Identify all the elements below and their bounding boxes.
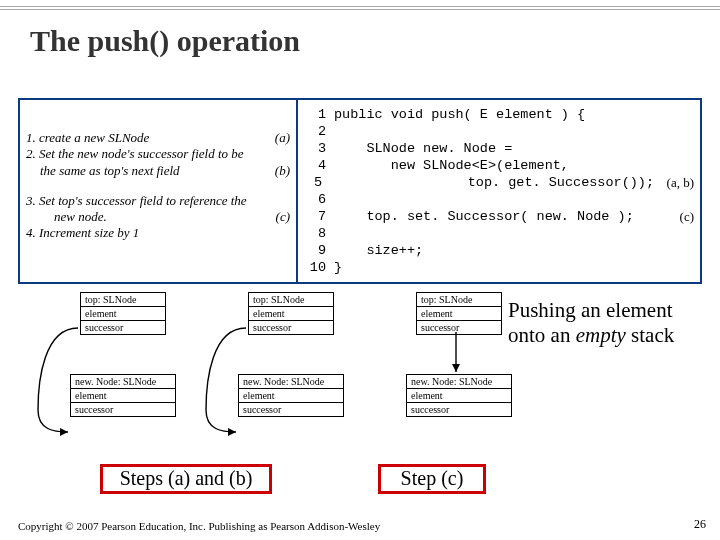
diagram-col-a: top: SLNode element successor new. Node:… [34, 292, 194, 460]
diagram-col-b: top: SLNode element successor new. Node:… [202, 292, 362, 460]
step-3-line1: 3. Set top's successor field to referenc… [26, 193, 290, 209]
step-3-line2: new node. [26, 209, 270, 225]
node-top-c: top: SLNode element successor [416, 292, 502, 335]
page-title: The push() operation [30, 24, 300, 58]
code-line-4: new SLNode<E>(element, [326, 157, 646, 174]
arrow-b [202, 320, 248, 440]
node-top-b: top: SLNode element successor [248, 292, 334, 335]
arrow-a [34, 320, 80, 440]
code-line-6 [326, 191, 646, 208]
code-line-9: size++; [326, 242, 646, 259]
step-2-tag: (b) [269, 163, 290, 179]
top-rule-2 [0, 9, 720, 10]
code-line-1: public void push( E element ) { [326, 106, 646, 123]
arrow-c [448, 332, 478, 382]
step-1: 1. create a new SLNode [26, 130, 269, 146]
diagram-col-c: top: SLNode element successor new. Node:… [370, 292, 530, 460]
code-line-5: top. get. Successor()); [322, 174, 654, 191]
code-block: 1public void push( E element ) { 2 3 SLN… [302, 106, 694, 276]
step-4: 4. Increment size by 1 [26, 225, 290, 241]
steps-block: 1. create a new SLNode (a) 2. Set the ne… [26, 130, 290, 242]
algorithm-panel: 1. create a new SLNode (a) 2. Set the ne… [18, 98, 702, 284]
caption-ab: Steps (a) and (b) [100, 467, 272, 490]
code-line-3: SLNode new. Node = [326, 140, 646, 157]
side-caption: Pushing an element onto an empty stack [508, 298, 706, 348]
node-top-a: top: SLNode element successor [80, 292, 166, 335]
node-new-b: new. Node: SLNode element successor [238, 374, 344, 417]
footer-copyright: Copyright © 2007 Pearson Education, Inc.… [18, 520, 380, 532]
panel-divider [296, 100, 298, 282]
page-number: 26 [694, 517, 706, 532]
step-2-line2: the same as top's next field [26, 163, 269, 179]
code-ann-5: (a, b) [654, 174, 694, 191]
top-rule-1 [0, 6, 720, 7]
node-new-a: new. Node: SLNode element successor [70, 374, 176, 417]
step-2-line1: 2. Set the new node's successor field to… [26, 146, 290, 162]
code-line-7: top. set. Successor( new. Node ); [326, 208, 646, 225]
code-line-2 [326, 123, 646, 140]
step-1-tag: (a) [269, 130, 290, 146]
caption-c: Step (c) [378, 467, 486, 490]
code-ann-7: (c) [646, 208, 694, 225]
step-3-tag: (c) [270, 209, 290, 225]
code-line-10: } [326, 259, 646, 276]
code-line-8 [326, 225, 646, 242]
